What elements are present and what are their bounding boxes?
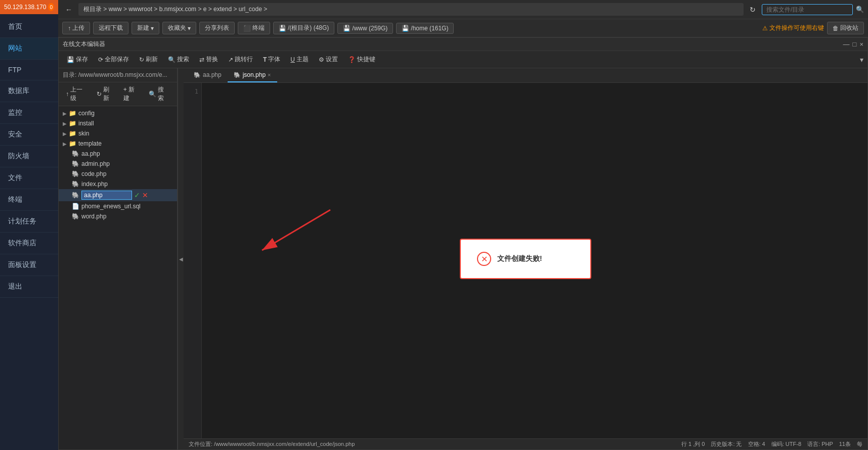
notification-badge: 0: [48, 3, 54, 11]
rename-input[interactable]: [81, 191, 132, 200]
editor-window: 在线文本编辑器 — □ × 💾 保存 ⟳ 全部保存 ↻ 刷新 🔍: [58, 37, 868, 450]
folder-name: config: [78, 110, 95, 117]
tree-refresh-button[interactable]: ↻ 刷新: [93, 84, 119, 104]
chevron-right-icon: ▶: [63, 131, 67, 137]
sidebar-item-security[interactable]: 安全: [0, 124, 58, 146]
list-item[interactable]: 🐘 word.php: [59, 211, 177, 221]
favorites-button[interactable]: 收藏夹 ▾: [162, 22, 196, 34]
tab-label: aa.php: [203, 71, 222, 78]
tree-search-icon: 🔍: [149, 91, 156, 98]
shortcuts-tool-button[interactable]: ❓ 快捷键: [344, 54, 379, 65]
file-icon: 🐘: [72, 150, 79, 157]
theme-tool-button[interactable]: U 主题: [286, 54, 313, 65]
extra: 每: [857, 440, 862, 448]
sidebar-item-ftp[interactable]: FTP: [0, 60, 58, 80]
tree-search-button[interactable]: 🔍 搜索: [145, 84, 174, 104]
search-label: 搜索: [177, 55, 189, 64]
sidebar-item-settings[interactable]: 面板设置: [0, 254, 58, 276]
root-disk-label: /(根目录) (48G): [288, 24, 329, 32]
remote-download-button[interactable]: 远程下载: [93, 22, 128, 34]
list-item[interactable]: 📄 phome_enews_url.sql: [59, 201, 177, 211]
chevron-down-icon: ▾: [151, 25, 154, 32]
action-bar: ↑ 上传 远程下载 新建 ▾ 收藏夹 ▾ 分享列表 ⬛ 终端 💾 /(根目录) …: [58, 19, 868, 37]
sidebar-item-tasks[interactable]: 计划任务: [0, 211, 58, 233]
disk-icon: 💾: [279, 25, 286, 32]
replace-label: 替换: [206, 55, 218, 64]
new-label: 新建: [137, 24, 149, 32]
settings-tool-button[interactable]: ⚙ 设置: [315, 54, 342, 65]
folder-name: template: [78, 140, 102, 147]
sidebar-item-files[interactable]: 文件: [0, 167, 58, 189]
tree-up-button[interactable]: ↑ 上一级: [62, 84, 93, 104]
sidebar-item-logout[interactable]: 退出: [0, 276, 58, 298]
tree-new-button[interactable]: + 新建: [119, 84, 145, 104]
list-item[interactable]: ▶ 📁 config: [59, 108, 177, 118]
new-button[interactable]: 新建 ▾: [132, 22, 159, 34]
action-bar-right: ⚠ 文件操作可使用右键 🗑 回收站: [762, 22, 864, 34]
tab-icon: 🐘: [194, 72, 201, 78]
list-item[interactable]: ▶ 📁 template: [59, 139, 177, 149]
status-notice: ⚠ 文件操作可使用右键: [762, 24, 824, 32]
list-item[interactable]: 🐘 aa.php: [59, 149, 177, 159]
tab-label: json.php: [243, 71, 266, 78]
font-label: 字体: [268, 55, 280, 64]
sidebar-item-database[interactable]: 数据库: [0, 80, 58, 102]
search-input[interactable]: [762, 4, 853, 15]
back-button[interactable]: ←: [62, 5, 75, 15]
minimize-button[interactable]: —: [843, 40, 850, 48]
refresh-tool-button[interactable]: ↻ 刷新: [135, 54, 162, 65]
history-version: 历史版本: 无: [711, 440, 742, 448]
sidebar-item-home[interactable]: 首页: [0, 16, 58, 38]
file-icon: 🐘: [72, 192, 79, 199]
collapse-panel-handle[interactable]: ◀: [178, 68, 184, 449]
file-icon: 🐘: [72, 160, 79, 167]
list-item[interactable]: 🐘 code.php: [59, 169, 177, 179]
sidebar-item-terminal[interactable]: 终端: [0, 189, 58, 211]
www-disk-button[interactable]: 💾 /www (259G): [337, 23, 393, 34]
root-disk-button[interactable]: 💾 /(根目录) (48G): [273, 22, 334, 34]
search-submit-icon[interactable]: 🔍: [856, 6, 864, 13]
cancel-rename-button[interactable]: ✕: [142, 191, 148, 199]
share-list-button[interactable]: 分享列表: [199, 22, 235, 34]
confirm-rename-button[interactable]: ✓: [134, 191, 140, 199]
editor-toolbar-right: ▾: [860, 56, 863, 64]
maximize-button[interactable]: □: [853, 40, 857, 48]
list-item[interactable]: ▶ 📁 skin: [59, 128, 177, 139]
recycle-label: 回收站: [840, 24, 858, 32]
remote-download-label: 远程下载: [99, 24, 123, 32]
font-tool-button[interactable]: T 字体: [259, 54, 284, 65]
error-dialog: ✕ 文件创建失败!: [460, 239, 591, 279]
renaming-item[interactable]: 🐘 ✓ ✕: [59, 189, 177, 201]
list-item[interactable]: 🐘 admin.php: [59, 159, 177, 169]
sidebar-item-firewall[interactable]: 防火墙: [0, 146, 58, 167]
goto-line-tool-button[interactable]: ↗ 跳转行: [224, 54, 257, 65]
refresh-button[interactable]: ↻: [747, 5, 759, 15]
home-disk-button[interactable]: 💾 /home (161G): [396, 23, 454, 34]
replace-tool-button[interactable]: ⇄ 替换: [195, 54, 222, 65]
language: 语言: PHP: [807, 440, 833, 448]
file-tree-actions: ↑ 上一级 ↻ 刷新 + 新建 🔍 搜索: [59, 82, 177, 106]
sidebar: 50.129.138.170 0 首页 网站 FTP 数据库 监控 安全 防火墙…: [0, 0, 58, 450]
editor-toolbar: 💾 保存 ⟳ 全部保存 ↻ 刷新 🔍 搜索 ⇄ 替换 ↗ 跳转行: [59, 51, 867, 68]
close-window-button[interactable]: ×: [859, 40, 863, 48]
toolbar-collapse-button[interactable]: ▾: [860, 56, 863, 64]
terminal-button[interactable]: ⬛ 终端: [238, 22, 270, 34]
sidebar-item-monitor[interactable]: 监控: [0, 102, 58, 124]
sidebar-item-store[interactable]: 软件商店: [0, 233, 58, 254]
sidebar-item-website[interactable]: 网站: [0, 38, 58, 60]
close-tab-button[interactable]: ×: [268, 72, 271, 78]
save-icon: 💾: [67, 56, 74, 63]
upload-button[interactable]: ↑ 上传: [62, 22, 90, 34]
save-tool-button[interactable]: 💾 保存: [63, 54, 92, 65]
list-item[interactable]: ▶ 📁 install: [59, 118, 177, 128]
editor-titlebar: 在线文本编辑器 — □ ×: [59, 38, 867, 51]
save-all-tool-button[interactable]: ⟳ 全部保存: [94, 54, 133, 65]
tab-aa-php[interactable]: 🐘 aa.php: [188, 68, 228, 82]
file-icon: 🐘: [72, 181, 79, 188]
code-area: 🐘 aa.php 🐘 json.php × 1: [184, 68, 867, 449]
lines-count: 11条: [839, 440, 851, 448]
recycle-button[interactable]: 🗑 回收站: [827, 22, 864, 34]
tab-json-php[interactable]: 🐘 json.php ×: [228, 68, 277, 82]
list-item[interactable]: 🐘 index.php: [59, 179, 177, 189]
search-tool-button[interactable]: 🔍 搜索: [164, 54, 193, 65]
